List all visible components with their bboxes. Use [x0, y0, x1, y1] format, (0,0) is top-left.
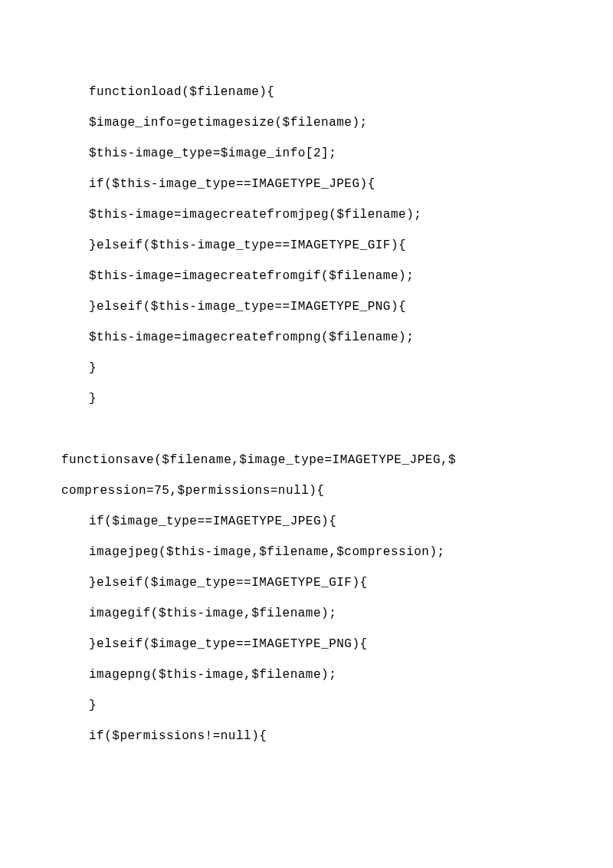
code-line: $this-image_type=$image_info[2]; [61, 138, 552, 169]
code-line: imagepng($this-image,$filename); [61, 659, 552, 690]
code-line: compression=75,$permissions=null){ [61, 475, 552, 506]
code-line: imagejpeg($this-image,$filename,$compres… [61, 537, 552, 567]
code-line: } [61, 690, 552, 721]
code-line: $image_info=getimagesize($filename); [61, 107, 552, 138]
code-line: imagegif($this-image,$filename); [61, 598, 552, 629]
code-line: $this-image=imagecreatefromgif($filename… [61, 261, 552, 291]
code-line: $this-image=imagecreatefromjpeg($filenam… [61, 199, 552, 230]
code-line: }elseif($image_type==IMAGETYPE_GIF){ [61, 567, 552, 598]
code-line: }elseif($image_type==IMAGETYPE_PNG){ [61, 629, 552, 659]
code-line: }elseif($this-image_type==IMAGETYPE_GIF)… [61, 230, 552, 261]
code-line: if($this-image_type==IMAGETYPE_JPEG){ [61, 169, 552, 199]
code-line: } [61, 383, 552, 414]
code-line: }elseif($this-image_type==IMAGETYPE_PNG)… [61, 291, 552, 322]
code-line: if($image_type==IMAGETYPE_JPEG){ [61, 506, 552, 537]
code-line: } [61, 353, 552, 383]
code-line: functionsave($filename,$image_type=IMAGE… [61, 445, 552, 475]
code-line: functionload($filename){ [61, 77, 552, 107]
code-document: functionload($filename){$image_info=geti… [0, 0, 613, 797]
code-line: if($permissions!=null){ [61, 721, 552, 751]
code-line: $this-image=imagecreatefrompng($filename… [61, 322, 552, 353]
blank-line [61, 414, 552, 445]
